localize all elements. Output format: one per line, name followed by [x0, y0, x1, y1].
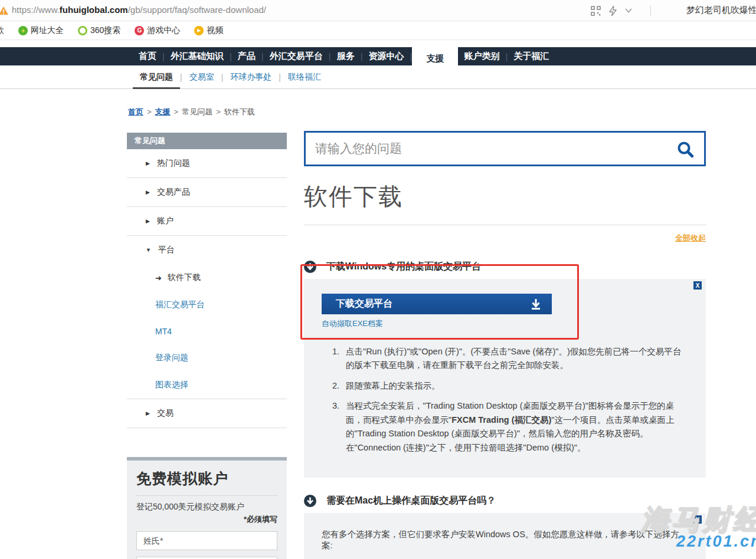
- nav-item-resources[interactable]: 资源中心: [363, 51, 410, 62]
- breadcrumb-current: 软件下载: [224, 107, 255, 116]
- close-icon[interactable]: X: [693, 281, 702, 290]
- circle-arrow-down-icon: [304, 261, 316, 273]
- sidebar-header: 常见问题: [127, 133, 287, 149]
- search-icon[interactable]: [677, 141, 693, 157]
- subnav-item-faq[interactable]: 常见问题: [133, 72, 180, 89]
- faq-sidebar: 常见问题 ▶热门问题 ▶交易产品 ▶账户 ▼平台 ➜软件下载 福汇交易平台 MT…: [127, 133, 287, 428]
- triangle-right-icon: ▶: [146, 160, 150, 166]
- breadcrumb: 首页>支援>常见问题>软件下载: [128, 107, 255, 117]
- bookmark-label: 网址大全: [31, 25, 64, 36]
- search-input[interactable]: [306, 133, 704, 165]
- bookmarks-bar: 款 ＋ 网址大全 360搜索 G 游戏中心 ▶ 视频: [0, 21, 756, 40]
- accordion-panel-windows-download: X 下载交易平台 自动撷取EXE档案 点击"Run (执行)"或"Open (开…: [304, 279, 706, 478]
- install-steps-list: 点击"Run (执行)"或"Open (开)"。(不要点击"Save (储存)"…: [342, 345, 688, 455]
- sidebar-subitem-label: 登录问题: [155, 353, 188, 362]
- browser-suggestion-text[interactable]: 梦幻老司机吹爆性伴: [686, 5, 756, 16]
- faq-search-box: [304, 131, 706, 166]
- main-nav: 首页| 外汇基础知识| 产品| 外汇交易平台| 服务| 资源中心| 支援 账户类…: [0, 47, 756, 65]
- sidebar-item-platform: ▼平台 ➜软件下载 福汇交易平台 MT4 登录问题 图表选择: [127, 236, 287, 399]
- sidebar-subitem-chart-options[interactable]: 图表选择: [127, 371, 287, 399]
- sidebar-item-label: 交易: [157, 408, 174, 419]
- sidebar-subitem-login-issues[interactable]: 登录问题: [127, 344, 287, 371]
- sidebar-item-trading-products[interactable]: ▶交易产品: [127, 178, 287, 207]
- nav-item-home[interactable]: 首页: [133, 51, 162, 62]
- site-warning-icon: [0, 6, 9, 15]
- url-domain: fuhuiglobal.com: [60, 5, 128, 15]
- demo-account-box: 免费模拟账户 登记50,000美元模拟交易账户 *必须填写: [127, 457, 287, 559]
- lightning-icon[interactable]: [609, 6, 617, 16]
- nav-item-about[interactable]: 关于福汇: [508, 51, 555, 62]
- watermark-url: 22rt01.cn: [676, 532, 756, 551]
- subnav-item-global-offices[interactable]: 环球办事处: [223, 72, 279, 83]
- sidebar-item-label: 平台: [158, 245, 175, 255]
- triangle-right-icon: ▶: [146, 410, 150, 416]
- sidebar-subitem-label: 福汇交易平台: [155, 300, 205, 309]
- accordion-title: 需要在Mac机上操作桌面版交易平台吗？: [326, 495, 496, 507]
- dashed-divider: [136, 495, 277, 496]
- green-plus-icon: ＋: [18, 26, 28, 35]
- url-path: /gb/support/faq/software-download/: [128, 5, 266, 15]
- orange-play-icon: ▶: [194, 26, 204, 35]
- auto-exe-link[interactable]: 自动撷取EXE档案: [322, 318, 383, 329]
- chevron-down-icon[interactable]: [625, 8, 632, 13]
- nav-item-trading-platform[interactable]: 外汇交易平台: [264, 51, 329, 62]
- last-name-field[interactable]: [136, 531, 277, 550]
- accordion-header-windows-download[interactable]: 下载Windows专用的桌面版交易平台: [304, 261, 706, 273]
- toolbar-divider: [650, 5, 651, 16]
- download-button-label: 下载交易平台: [336, 298, 392, 310]
- page-title: 软件下载: [304, 180, 706, 213]
- nav-item-services[interactable]: 服务: [331, 51, 361, 62]
- red-g-icon: G: [135, 26, 144, 35]
- sidebar-subitem-software-download[interactable]: ➜软件下载: [127, 264, 287, 291]
- sidebar-subitem-fxcm-platform[interactable]: 福汇交易平台: [127, 291, 287, 318]
- sidebar-item-label: 账户: [157, 216, 174, 226]
- breadcrumb-faq: 常见问题: [182, 107, 212, 116]
- breadcrumb-separator: >: [174, 107, 179, 116]
- dotted-divider: [304, 225, 706, 225]
- download-platform-button[interactable]: 下载交易平台: [322, 294, 552, 314]
- address-bar[interactable]: https://www.fuhuiglobal.com/gb/support/f…: [0, 0, 756, 21]
- subnav-item-trading-room[interactable]: 交易室: [182, 72, 221, 83]
- triangle-right-icon: ▶: [146, 218, 150, 224]
- first-name-field[interactable]: [136, 557, 277, 559]
- nav-item-forex-basics[interactable]: 外汇基础知识: [165, 51, 230, 62]
- bookmark-wangzhi[interactable]: ＋ 网址大全: [18, 25, 64, 36]
- url-scheme: https://www.: [12, 5, 60, 15]
- nav-item-account-types[interactable]: 账户类别: [458, 51, 505, 62]
- sidebar-subitem-label: 图表选择: [155, 380, 188, 389]
- sidebar-item-platform-toggle[interactable]: ▼平台: [127, 236, 287, 264]
- breadcrumb-support-link[interactable]: 支援: [155, 107, 171, 116]
- sidebar-item-trading[interactable]: ▶交易: [127, 399, 287, 428]
- subnav-item-contact[interactable]: 联络福汇: [281, 72, 328, 83]
- sidebar-subitem-label: 软件下载: [168, 272, 201, 283]
- bookmark-partial-label[interactable]: 款: [0, 25, 4, 36]
- sidebar-item-hot-questions[interactable]: ▶热门问题: [127, 149, 287, 178]
- collapse-all-link[interactable]: 全部收起: [675, 234, 706, 242]
- demo-account-title: 免费模拟账户: [136, 469, 277, 488]
- sidebar-item-label: 热门问题: [157, 158, 190, 169]
- bookmark-360search[interactable]: 360搜索: [78, 25, 120, 36]
- step-item: 点击"Run (执行)"或"Open (开)"。(不要点击"Save (储存)"…: [342, 345, 688, 373]
- mac-intro-text: 您有多个选择方案，但它们要求客户安装Windows OS。假如您愿意这样做，请参…: [322, 529, 688, 551]
- circle-arrow-down-icon: [304, 495, 316, 507]
- sidebar-item-account[interactable]: ▶账户: [127, 207, 287, 236]
- url-field[interactable]: https://www.fuhuiglobal.com/gb/support/f…: [12, 5, 266, 15]
- qr-code-icon[interactable]: [591, 6, 601, 16]
- bookmark-gamecenter[interactable]: G 游戏中心: [135, 25, 180, 36]
- bookmark-label: 360搜索: [90, 25, 120, 36]
- main-content: 软件下载 全部收起 下载Windows专用的桌面版交易平台 X 下载交易平台: [304, 131, 706, 559]
- breadcrumb-home-link[interactable]: 首页: [128, 107, 143, 116]
- sidebar-item-label: 交易产品: [157, 187, 190, 198]
- bookmark-video[interactable]: ▶ 视频: [194, 25, 223, 36]
- step-item: 当程式完全安装后，"Trading Station Desktop (桌面版交易…: [342, 399, 688, 455]
- sub-nav: 常见问题| 交易室| 环球办事处| 联络福汇: [0, 65, 756, 89]
- required-note: *必须填写: [136, 514, 277, 525]
- accordion-title: 下载Windows专用的桌面版交易平台: [326, 261, 481, 273]
- green-ring-icon: [78, 26, 87, 35]
- browser-window: https://www.fuhuiglobal.com/gb/support/f…: [0, 0, 756, 559]
- breadcrumb-separator: >: [147, 107, 152, 116]
- step-item: 跟随萤幕上的安装指示。: [342, 379, 688, 393]
- arrow-right-icon: ➜: [155, 274, 162, 282]
- nav-item-products[interactable]: 产品: [232, 51, 261, 62]
- sidebar-subitem-mt4[interactable]: MT4: [127, 318, 287, 344]
